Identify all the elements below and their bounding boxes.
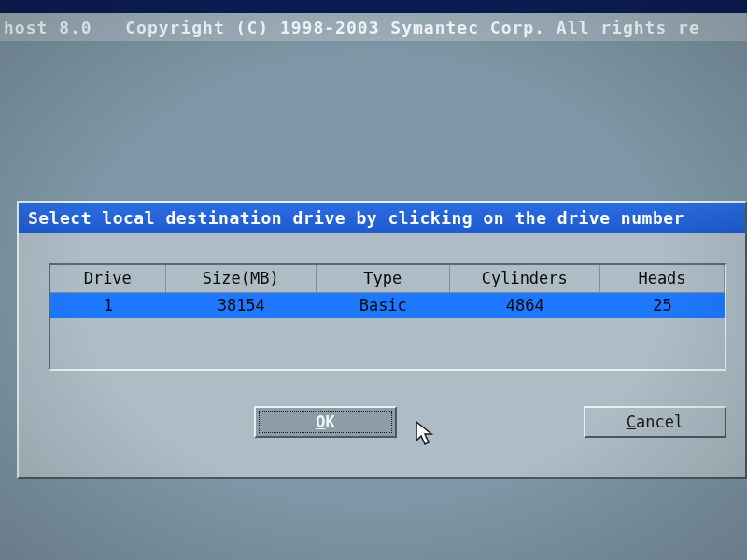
cell-type: Basic <box>317 293 450 318</box>
cancel-button-mnemonic: C <box>627 413 636 431</box>
col-drive[interactable]: Drive <box>50 265 166 293</box>
crt-top-band <box>0 0 747 13</box>
app-header: host 8.0 Copyright (C) 1998-2003 Symante… <box>0 13 747 41</box>
grid-empty-area <box>50 318 725 369</box>
cell-cylinders: 4864 <box>450 293 601 318</box>
cancel-button-post: ancel <box>636 413 684 431</box>
dialog-body: Drive Size(MB) Type Cylinders Heads 1 38… <box>19 233 745 477</box>
grid-header-row: Drive Size(MB) Type Cylinders Heads <box>50 265 725 293</box>
drive-grid: Drive Size(MB) Type Cylinders Heads 1 38… <box>49 263 726 371</box>
product-name: host 8.0 <box>4 18 92 37</box>
col-size[interactable]: Size(MB) <box>166 265 317 293</box>
button-row: OK Cancel <box>49 371 726 455</box>
cell-drive: 1 <box>50 293 166 318</box>
cancel-button[interactable]: Cancel <box>584 406 726 438</box>
col-type[interactable]: Type <box>317 265 450 293</box>
table-row[interactable]: 1 38154 Basic 4864 25 <box>50 293 725 318</box>
col-heads[interactable]: Heads <box>600 265 725 293</box>
ok-button-post: K <box>326 413 335 431</box>
dialog-title: Select local destination drive by clicki… <box>19 203 745 233</box>
col-cylinders[interactable]: Cylinders <box>450 265 601 293</box>
select-drive-dialog: Select local destination drive by clicki… <box>17 201 747 479</box>
copyright-text: Copyright (C) 1998-2003 Symantec Corp. A… <box>125 18 700 37</box>
ok-button-mnemonic: O <box>316 413 325 431</box>
cell-heads: 25 <box>600 293 725 318</box>
ok-button[interactable]: OK <box>254 406 397 438</box>
cell-size: 38154 <box>166 293 317 318</box>
